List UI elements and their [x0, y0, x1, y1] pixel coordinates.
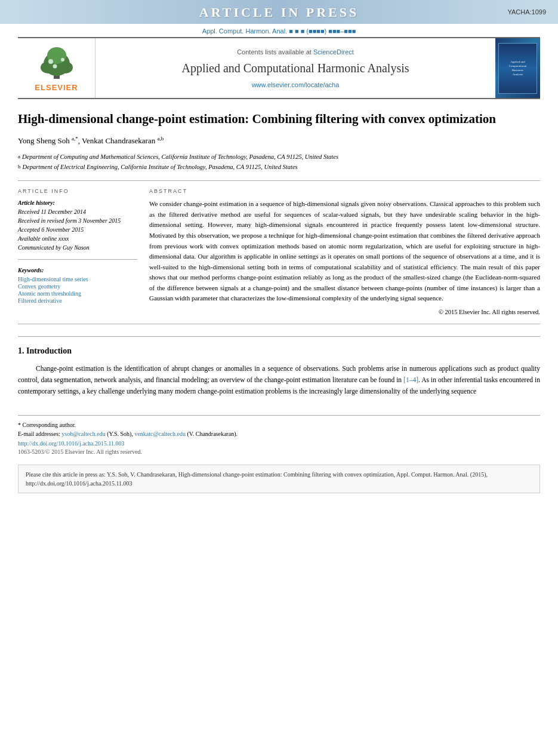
article-info-label: ARTICLE INFO [18, 188, 137, 194]
keyword-3[interactable]: Atomic norm thresholding [18, 290, 137, 297]
article-info-abstract-section: ARTICLE INFO Article history: Received 1… [18, 188, 540, 315]
issn-line: 1063-5203/© 2015 Elsevier Inc. All right… [18, 448, 540, 455]
affil-sup-a: a [18, 153, 20, 161]
svg-point-5 [48, 59, 53, 64]
elsevier-logo-area: ELSEVIER [18, 38, 95, 98]
banner-text: ARTICLE IN PRESS [199, 5, 359, 20]
article-in-press-banner: ARTICLE IN PRESS YACHA:1099 [0, 0, 558, 24]
svg-point-3 [58, 62, 73, 73]
introduction-paragraph: Change-point estimation is the identific… [18, 363, 540, 397]
footnote-area: * Corresponding author. E-mail addresses… [18, 415, 540, 455]
abstract-label: ABSTRACT [149, 188, 540, 194]
email-2-link[interactable]: venkatc@caltech.edu [134, 431, 186, 437]
affil-text-b: Department of Electrical Engineering, Ca… [23, 162, 298, 172]
paper-title: High-dimensional change-point estimation… [18, 111, 540, 127]
keyword-2[interactable]: Convex geometry [18, 283, 137, 290]
affil-text-a: Department of Computing and Mathematical… [22, 152, 338, 162]
introduction-section: 1. Introduction Change-point estimation … [18, 336, 540, 397]
divider-keywords [18, 259, 137, 260]
history-communicated: Communicated by Guy Nason [18, 244, 137, 252]
corresponding-label: * Corresponding author. [18, 422, 76, 428]
divider-1 [18, 180, 540, 181]
affiliations: a Department of Computing and Mathematic… [18, 152, 540, 173]
affil-sup-b: b [18, 163, 21, 171]
svg-point-6 [61, 58, 64, 62]
article-history: Article history: Received 11 December 20… [18, 199, 137, 252]
section-title: 1. Introduction [18, 346, 540, 356]
keyword-1[interactable]: High-dimensional time series [18, 276, 137, 282]
yacha-id: YACHA:1099 [507, 8, 546, 16]
main-content: High-dimensional change-point estimation… [18, 99, 540, 493]
affiliation-a: a Department of Computing and Mathematic… [18, 152, 540, 162]
email-label: E-mail addresses: [18, 431, 60, 437]
elsevier-wordmark: ELSEVIER [35, 83, 78, 92]
journal-title: Applied and Computational Harmonic Analy… [181, 62, 409, 75]
sciencedirect-link[interactable]: ScienceDirect [313, 48, 354, 56]
section-heading: Introduction [26, 346, 72, 355]
citation-link[interactable]: [1–4] [403, 376, 418, 383]
journal-cover-image: Applied andComputationalHarmonicAnalysis [495, 38, 540, 98]
email-1-link[interactable]: ysoh@caltech.edu [61, 431, 105, 437]
journal-header: ELSEVIER Contents lists available at Sci… [18, 37, 540, 99]
journal-info-center: Contents lists available at ScienceDirec… [95, 38, 495, 98]
doi-line: http://dx.doi.org/10.1016/j.acha.2015.11… [18, 440, 540, 447]
copyright-line: © 2015 Elsevier Inc. All rights reserved… [149, 309, 540, 315]
authors-line: Yong Sheng Soh a,*, Venkat Chandrasekara… [18, 136, 540, 146]
keywords-label: Keywords: [18, 267, 137, 273]
citation-box: Please cite this article in press as: Y.… [18, 465, 540, 493]
journal-cover-inner: Applied andComputationalHarmonicAnalysis [498, 43, 537, 94]
author-separator: , Venkat Chandrasekaran [78, 137, 158, 146]
svg-point-2 [41, 62, 55, 73]
cover-title-text: Applied andComputationalHarmonicAnalysis [509, 60, 527, 76]
doi-link[interactable]: http://dx.doi.org/10.1016/j.acha.2015.11… [18, 440, 125, 447]
citation-text: Please cite this article in press as: Y.… [26, 471, 488, 487]
keyword-4[interactable]: Filtered derivative [18, 297, 137, 304]
journal-reference-line: Appl. Comput. Harmon. Anal. ■ ■ ■ (■■■■)… [0, 24, 558, 37]
keywords-section: Keywords: High-dimensional time series C… [18, 267, 137, 304]
divider-2 [18, 324, 540, 324]
abstract-text: We consider change-point estimation in a… [149, 199, 540, 304]
journal-url[interactable]: www.elsevier.com/locate/acha [252, 81, 340, 88]
article-info-column: ARTICLE INFO Article history: Received 1… [18, 188, 137, 315]
svg-point-7 [53, 64, 57, 68]
author-sup-ab: a,b [157, 136, 164, 142]
elsevier-tree-icon [30, 45, 84, 81]
author-name: Yong Sheng Soh [18, 137, 72, 146]
sciencedirect-line: Contents lists available at ScienceDirec… [237, 48, 354, 56]
section-number: 1. [18, 346, 24, 355]
email-footnote: E-mail addresses: ysoh@caltech.edu (Y.S.… [18, 429, 540, 438]
history-online: Available online xxxx [18, 235, 137, 243]
history-label: Article history: [18, 199, 137, 207]
email1-suffix: (Y.S. Soh), [107, 431, 133, 437]
history-received: Received 11 December 2014 [18, 208, 137, 216]
history-accepted: Accepted 6 November 2015 [18, 226, 137, 234]
author-sup-a: a,* [72, 136, 78, 142]
email2-suffix: (V. Chandrasekaran). [187, 431, 238, 437]
affiliation-b: b Department of Electrical Engineering, … [18, 162, 540, 172]
abstract-column: ABSTRACT We consider change-point estima… [149, 188, 540, 315]
history-revised: Received in revised form 3 November 2015 [18, 217, 137, 225]
corresponding-author-note: * Corresponding author. [18, 420, 540, 429]
